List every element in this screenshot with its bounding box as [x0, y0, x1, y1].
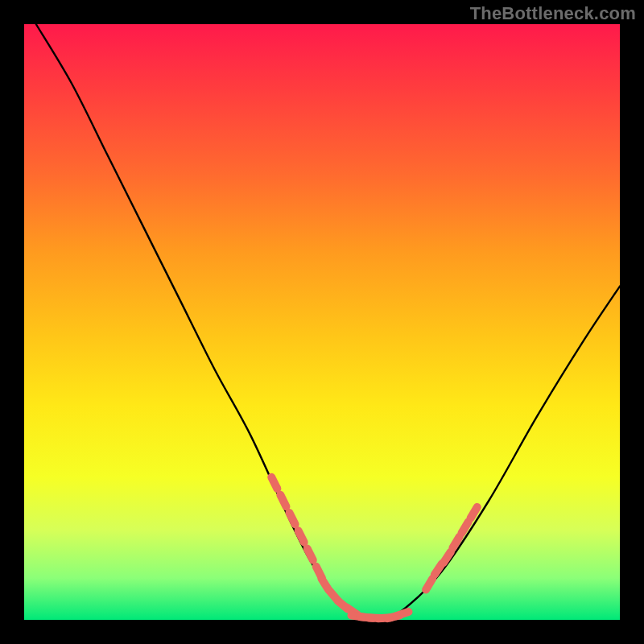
chart-svg	[24, 24, 620, 620]
highlight-dash	[452, 537, 459, 548]
highlight-dash	[461, 522, 468, 533]
highlight-dash	[289, 513, 295, 524]
highlight-dots-bottom	[351, 612, 408, 618]
highlight-dash	[308, 548, 313, 559]
bottleneck-curve	[36, 24, 620, 620]
watermark-text: TheBottleneck.com	[470, 3, 636, 24]
highlight-dash	[426, 579, 432, 590]
highlight-dash	[396, 612, 408, 616]
highlight-dots-left	[271, 477, 357, 615]
bottleneck-curve-path	[36, 24, 620, 620]
highlight-dash	[299, 530, 304, 542]
highlight-dash	[280, 495, 286, 506]
highlight-dash	[271, 477, 277, 489]
chart-frame: TheBottleneck.com	[0, 0, 644, 644]
highlight-dots-right	[426, 507, 477, 590]
highlight-dash	[471, 507, 477, 518]
plot-area	[24, 24, 620, 620]
